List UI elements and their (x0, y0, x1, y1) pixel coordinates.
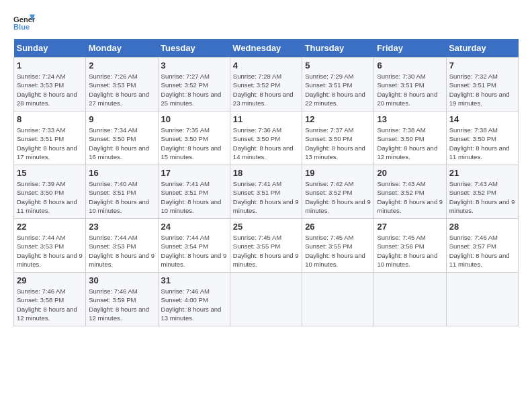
table-row: 29 Sunrise: 7:46 AMSunset: 3:58 PMDaylig… (14, 273, 86, 326)
day-info: Sunrise: 7:29 AMSunset: 3:51 PMDaylight:… (305, 73, 365, 107)
table-row: 12 Sunrise: 7:37 AMSunset: 3:50 PMDaylig… (302, 111, 374, 165)
day-info: Sunrise: 7:37 AMSunset: 3:50 PMDaylight:… (305, 126, 365, 161)
day-number: 16 (89, 168, 154, 178)
day-number: 23 (89, 222, 154, 232)
header-tuesday: Tuesday (158, 39, 230, 58)
header-sunday: Sunday (14, 39, 86, 58)
table-row: 14 Sunrise: 7:38 AMSunset: 3:50 PMDaylig… (446, 111, 518, 165)
table-row: 30 Sunrise: 7:46 AMSunset: 3:59 PMDaylig… (86, 273, 158, 326)
svg-text:Blue: Blue (13, 23, 30, 31)
calendar-row: 8 Sunrise: 7:33 AMSunset: 3:51 PMDayligh… (14, 111, 519, 165)
day-info: Sunrise: 7:45 AMSunset: 3:55 PMDaylight:… (233, 234, 299, 268)
header-saturday: Saturday (446, 39, 518, 58)
day-info: Sunrise: 7:34 AMSunset: 3:50 PMDaylight:… (89, 126, 149, 161)
day-info: Sunrise: 7:45 AMSunset: 3:55 PMDaylight:… (305, 234, 365, 268)
day-number: 27 (377, 222, 443, 232)
table-row: 10 Sunrise: 7:35 AMSunset: 3:50 PMDaylig… (158, 111, 230, 165)
day-number: 12 (305, 114, 371, 124)
day-number: 4 (233, 60, 299, 71)
day-info: Sunrise: 7:46 AMSunset: 3:59 PMDaylight:… (89, 287, 149, 322)
calendar-row: 15 Sunrise: 7:39 AMSunset: 3:50 PMDaylig… (14, 165, 519, 219)
day-info: Sunrise: 7:40 AMSunset: 3:51 PMDaylight:… (89, 180, 149, 214)
day-info: Sunrise: 7:44 AMSunset: 3:53 PMDaylight:… (17, 234, 83, 268)
header-friday: Friday (374, 39, 446, 58)
day-number: 28 (449, 222, 515, 232)
day-info: Sunrise: 7:28 AMSunset: 3:52 PMDaylight:… (233, 73, 294, 107)
day-number: 7 (449, 60, 515, 71)
day-info: Sunrise: 7:24 AMSunset: 3:53 PMDaylight:… (17, 73, 77, 107)
day-number: 15 (17, 168, 83, 178)
day-number: 26 (305, 222, 371, 232)
table-row: 2 Sunrise: 7:26 AMSunset: 3:53 PMDayligh… (86, 58, 158, 111)
day-number: 29 (17, 275, 83, 285)
table-row: 15 Sunrise: 7:39 AMSunset: 3:50 PMDaylig… (14, 165, 86, 219)
day-info: Sunrise: 7:44 AMSunset: 3:54 PMDaylight:… (161, 234, 227, 268)
day-info: Sunrise: 7:26 AMSunset: 3:53 PMDaylight:… (89, 73, 149, 107)
day-number: 10 (161, 114, 227, 124)
day-info: Sunrise: 7:45 AMSunset: 3:56 PMDaylight:… (377, 234, 437, 268)
day-info: Sunrise: 7:35 AMSunset: 3:50 PMDaylight:… (161, 126, 222, 161)
table-row (374, 273, 446, 326)
page-header: General Blue (13, 13, 519, 32)
header-monday: Monday (86, 39, 158, 58)
day-info: Sunrise: 7:30 AMSunset: 3:51 PMDaylight:… (377, 73, 437, 107)
logo-icon: General Blue (13, 13, 35, 32)
day-info: Sunrise: 7:32 AMSunset: 3:51 PMDaylight:… (449, 73, 510, 107)
calendar-row: 22 Sunrise: 7:44 AMSunset: 3:53 PMDaylig… (14, 219, 519, 273)
day-number: 8 (17, 114, 83, 124)
day-info: Sunrise: 7:33 AMSunset: 3:51 PMDaylight:… (17, 126, 77, 161)
day-info: Sunrise: 7:38 AMSunset: 3:50 PMDaylight:… (377, 126, 437, 161)
day-info: Sunrise: 7:46 AMSunset: 3:57 PMDaylight:… (449, 234, 510, 268)
table-row: 22 Sunrise: 7:44 AMSunset: 3:53 PMDaylig… (14, 219, 86, 273)
day-info: Sunrise: 7:38 AMSunset: 3:50 PMDaylight:… (449, 126, 510, 161)
header-wednesday: Wednesday (230, 39, 302, 58)
table-row: 21 Sunrise: 7:43 AMSunset: 3:52 PMDaylig… (446, 165, 518, 219)
table-row: 17 Sunrise: 7:41 AMSunset: 3:51 PMDaylig… (158, 165, 230, 219)
day-number: 1 (17, 60, 83, 71)
table-row: 19 Sunrise: 7:42 AMSunset: 3:52 PMDaylig… (302, 165, 374, 219)
header-thursday: Thursday (302, 39, 374, 58)
table-row: 20 Sunrise: 7:43 AMSunset: 3:52 PMDaylig… (374, 165, 446, 219)
table-row: 5 Sunrise: 7:29 AMSunset: 3:51 PMDayligh… (302, 58, 374, 111)
day-number: 3 (161, 60, 227, 71)
weekday-header-row: Sunday Monday Tuesday Wednesday Thursday… (14, 39, 519, 58)
day-number: 30 (89, 275, 154, 285)
table-row: 6 Sunrise: 7:30 AMSunset: 3:51 PMDayligh… (374, 58, 446, 111)
table-row: 4 Sunrise: 7:28 AMSunset: 3:52 PMDayligh… (230, 58, 302, 111)
calendar-row: 1 Sunrise: 7:24 AMSunset: 3:53 PMDayligh… (14, 58, 519, 111)
day-number: 22 (17, 222, 83, 232)
day-number: 14 (449, 114, 515, 124)
day-info: Sunrise: 7:27 AMSunset: 3:52 PMDaylight:… (161, 73, 222, 107)
table-row: 24 Sunrise: 7:44 AMSunset: 3:54 PMDaylig… (158, 219, 230, 273)
day-number: 18 (233, 168, 299, 178)
table-row: 31 Sunrise: 7:46 AMSunset: 4:00 PMDaylig… (158, 273, 230, 326)
day-number: 19 (305, 168, 371, 178)
table-row: 28 Sunrise: 7:46 AMSunset: 3:57 PMDaylig… (446, 219, 518, 273)
day-number: 2 (89, 60, 154, 71)
day-number: 31 (161, 275, 227, 285)
day-info: Sunrise: 7:39 AMSunset: 3:50 PMDaylight:… (17, 180, 77, 214)
table-row: 13 Sunrise: 7:38 AMSunset: 3:50 PMDaylig… (374, 111, 446, 165)
day-info: Sunrise: 7:36 AMSunset: 3:50 PMDaylight:… (233, 126, 294, 161)
table-row: 27 Sunrise: 7:45 AMSunset: 3:56 PMDaylig… (374, 219, 446, 273)
calendar-table: Sunday Monday Tuesday Wednesday Thursday… (13, 39, 519, 326)
day-info: Sunrise: 7:41 AMSunset: 3:51 PMDaylight:… (233, 180, 299, 214)
day-number: 11 (233, 114, 299, 124)
day-number: 20 (377, 168, 443, 178)
table-row: 8 Sunrise: 7:33 AMSunset: 3:51 PMDayligh… (14, 111, 86, 165)
day-number: 17 (161, 168, 227, 178)
day-number: 25 (233, 222, 299, 232)
day-info: Sunrise: 7:42 AMSunset: 3:52 PMDaylight:… (305, 180, 371, 214)
day-info: Sunrise: 7:46 AMSunset: 3:58 PMDaylight:… (17, 287, 77, 322)
table-row: 7 Sunrise: 7:32 AMSunset: 3:51 PMDayligh… (446, 58, 518, 111)
table-row (446, 273, 518, 326)
table-row: 18 Sunrise: 7:41 AMSunset: 3:51 PMDaylig… (230, 165, 302, 219)
day-info: Sunrise: 7:46 AMSunset: 4:00 PMDaylight:… (161, 287, 222, 322)
table-row: 23 Sunrise: 7:44 AMSunset: 3:53 PMDaylig… (86, 219, 158, 273)
day-number: 13 (377, 114, 443, 124)
table-row (302, 273, 374, 326)
table-row: 26 Sunrise: 7:45 AMSunset: 3:55 PMDaylig… (302, 219, 374, 273)
table-row: 25 Sunrise: 7:45 AMSunset: 3:55 PMDaylig… (230, 219, 302, 273)
day-info: Sunrise: 7:41 AMSunset: 3:51 PMDaylight:… (161, 180, 222, 214)
table-row: 3 Sunrise: 7:27 AMSunset: 3:52 PMDayligh… (158, 58, 230, 111)
